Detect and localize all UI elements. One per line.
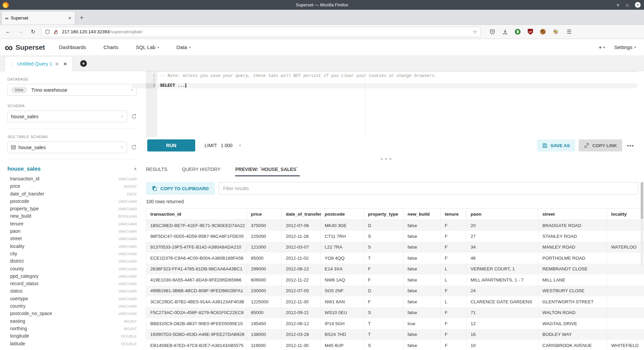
collapse-chevron-icon[interactable]: ∧ bbox=[133, 166, 137, 171]
results-column-header[interactable]: property_type bbox=[364, 209, 404, 220]
superset-navbar: ∞ Superset Dashboards Charts SQL Lab▾ Da… bbox=[0, 39, 644, 56]
database-select[interactable]: trino Trino warehouse ∨ bbox=[7, 84, 137, 96]
menu-icon[interactable]: ☰ bbox=[567, 29, 571, 35]
column-name: district bbox=[10, 258, 23, 264]
close-button[interactable]: ✕ bbox=[635, 2, 641, 8]
bookmark-star-icon[interactable]: ☆ bbox=[473, 29, 477, 35]
minimize-button[interactable]: ∨ bbox=[616, 2, 620, 7]
results-column-header[interactable]: street bbox=[538, 209, 607, 220]
cookie-extension-icon[interactable] bbox=[540, 29, 546, 35]
schema-column[interactable]: countryVARCHAR bbox=[7, 303, 137, 311]
schema-column[interactable]: paonVARCHAR bbox=[7, 228, 137, 236]
table-cell: S bbox=[364, 231, 404, 242]
schema-column[interactable]: latitudeDOUBLE bbox=[7, 341, 137, 348]
table-cell: 419E1030-9A55-4467-8DA9-9FED95D65966 bbox=[146, 274, 247, 286]
tab-preview-house-sales[interactable]: PREVIEW: `HOUSE_SALES` bbox=[235, 164, 298, 178]
refresh-table-icon[interactable] bbox=[131, 144, 137, 150]
results-column-header[interactable]: postcode bbox=[321, 209, 364, 220]
schema-column[interactable]: statusVARCHAR bbox=[7, 288, 137, 296]
results-column-header[interactable]: paon bbox=[467, 209, 538, 220]
ublock-icon[interactable]: uO bbox=[527, 29, 533, 35]
table-select[interactable]: house_sales ∨ bbox=[7, 141, 127, 153]
more-menu-button[interactable]: ••• bbox=[627, 143, 634, 148]
limit-dropdown[interactable]: LIMIT: 1 000 ▾ bbox=[205, 143, 241, 148]
schema-column[interactable]: property_typeVARCHAR bbox=[7, 206, 137, 213]
copy-link-button[interactable]: COPY LINK bbox=[579, 139, 622, 151]
copy-to-clipboard-button[interactable]: COPY TO CLIPBOARD bbox=[146, 182, 215, 195]
maximize-button[interactable]: ◇ bbox=[626, 2, 629, 7]
schema-column[interactable]: priceBIGINT bbox=[7, 183, 137, 191]
results-column-header[interactable]: tenure bbox=[441, 209, 467, 220]
refresh-schema-icon[interactable] bbox=[131, 114, 137, 119]
schema-column[interactable]: localityVARCHAR bbox=[7, 244, 137, 251]
forward-button[interactable]: → bbox=[18, 29, 23, 35]
table-row: F5C273AC-0D2A-458F-8279-9C61F0C22EC66500… bbox=[146, 307, 644, 318]
schema-column[interactable]: usertypeVARCHAR bbox=[7, 296, 137, 303]
schema-column[interactable]: postcodeVARCHAR bbox=[7, 199, 137, 206]
nav-sql-lab[interactable]: SQL Lab▾ bbox=[136, 44, 159, 50]
download-icon[interactable] bbox=[502, 29, 508, 35]
tab-query-history[interactable]: QUERY HISTORY bbox=[182, 164, 221, 178]
sql-editor[interactable]: 1 2 3 -- Note: Unless you save your quer… bbox=[146, 71, 637, 137]
chevron-down-icon: ∨ bbox=[121, 145, 123, 149]
editor-code[interactable]: -- Note: Unless you save your query, the… bbox=[157, 74, 637, 137]
column-type: VARCHAR bbox=[118, 237, 137, 241]
table-cell: YO8 4QQ bbox=[321, 253, 364, 264]
lock-crossed-icon[interactable] bbox=[53, 29, 58, 35]
results-column-header[interactable]: locality bbox=[607, 209, 644, 220]
pocket-icon[interactable] bbox=[489, 29, 495, 35]
nav-dashboards[interactable]: Dashboards bbox=[59, 44, 86, 50]
query-tab-close-icon[interactable]: ✕ bbox=[63, 61, 67, 67]
schema-column[interactable]: northingBIGINT bbox=[7, 326, 137, 333]
scrollbar-thumb[interactable] bbox=[641, 182, 643, 219]
table-cell: 10 bbox=[467, 340, 538, 350]
schema-column[interactable]: cityVARCHAR bbox=[7, 251, 137, 258]
results-column-header[interactable]: transaction_id bbox=[146, 209, 247, 220]
schema-select[interactable]: house_sales ∨ bbox=[7, 111, 127, 122]
schema-column[interactable]: new_buildBOOLEAN bbox=[7, 213, 137, 221]
browser-tab[interactable]: ∞ Superset ✕ bbox=[1, 11, 75, 25]
schema-column[interactable]: streetVARCHAR bbox=[7, 236, 137, 243]
schema-column[interactable]: date_of_transferDATE bbox=[7, 191, 137, 199]
tab-results[interactable]: RESULTS bbox=[146, 164, 167, 178]
container-extension-icon[interactable] bbox=[552, 29, 558, 35]
nav-data[interactable]: Data▾ bbox=[176, 44, 191, 50]
results-scrollbar[interactable] bbox=[641, 182, 643, 266]
schema-column[interactable]: postcode_no_spaceVARCHAR bbox=[7, 311, 137, 318]
schema-column[interactable]: longitudeDOUBLE bbox=[7, 333, 137, 341]
results-column-header[interactable]: new_build bbox=[404, 209, 441, 220]
tab-close-icon[interactable]: ✕ bbox=[68, 16, 71, 20]
chevron-down-icon: ∨ bbox=[130, 88, 133, 92]
run-button[interactable]: RUN bbox=[147, 139, 195, 151]
save-as-button[interactable]: SAVE AS bbox=[537, 139, 575, 151]
superset-logo[interactable]: ∞ Superset bbox=[5, 42, 45, 52]
drag-handle-icon[interactable]: ⋮ bbox=[10, 61, 14, 67]
results-column-header[interactable]: date_of_transfer bbox=[282, 209, 321, 220]
table-schema-title[interactable]: house_sales bbox=[7, 166, 41, 172]
url-bar[interactable]: 217.160.120.143:32393/superset/sqllab/ ☆ bbox=[41, 27, 481, 37]
shield-icon[interactable] bbox=[45, 29, 50, 35]
schema-column[interactable]: transaction_idVARCHAR bbox=[7, 176, 137, 183]
new-tab-button[interactable]: + bbox=[80, 11, 84, 25]
pane-resize-handle[interactable]: ■ ■ ■ bbox=[381, 157, 392, 161]
reload-button[interactable]: ↻ bbox=[31, 29, 35, 35]
table-cell: T bbox=[364, 329, 404, 340]
add-query-tab-button[interactable]: + bbox=[80, 60, 87, 67]
results-column-header[interactable]: price bbox=[247, 209, 282, 220]
schema-column[interactable]: ppd_categoryVARCHAR bbox=[7, 273, 137, 281]
table-cell: M45 6UP bbox=[321, 340, 364, 350]
settings-menu[interactable]: Settings▾ bbox=[614, 44, 636, 50]
window-titlebar: Superset — Mozilla Firefox ∨ ◇ ✕ bbox=[0, 0, 644, 10]
schema-column[interactable]: tenureVARCHAR bbox=[7, 221, 137, 228]
table-cell: 375000 bbox=[247, 220, 282, 231]
filter-results-input[interactable] bbox=[219, 182, 638, 195]
schema-column[interactable]: eastingBIGINT bbox=[7, 318, 137, 326]
add-new-button[interactable]: +▾ bbox=[599, 44, 605, 50]
schema-column[interactable]: record_statusVARCHAR bbox=[7, 281, 137, 288]
schema-column[interactable]: districtVARCHAR bbox=[7, 258, 137, 266]
privacy-extension-icon[interactable] bbox=[515, 29, 521, 35]
schema-column[interactable]: countyVARCHAR bbox=[7, 266, 137, 273]
nav-charts[interactable]: Charts bbox=[104, 44, 118, 50]
query-tab-untitled-1[interactable]: ⋮ Untitled Query 1 ✕ bbox=[5, 56, 73, 71]
back-button[interactable]: ← bbox=[5, 29, 11, 35]
